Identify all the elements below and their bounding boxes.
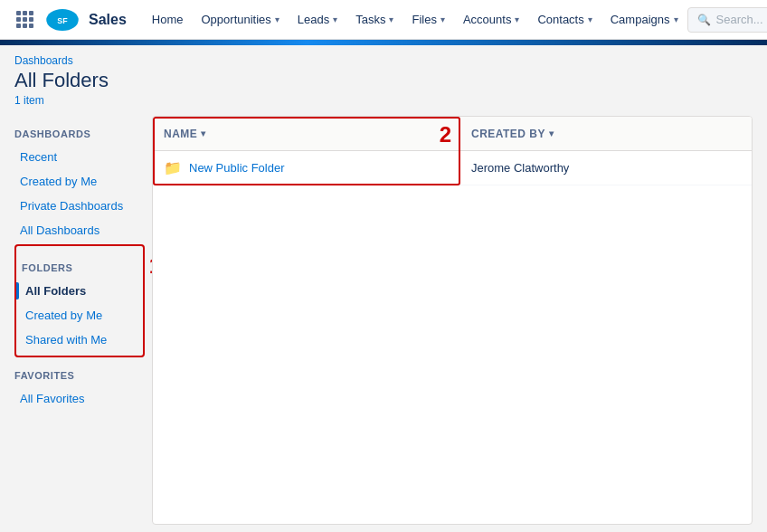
page-title: All Folders — [14, 69, 753, 92]
chevron-down-icon: ▾ — [333, 14, 337, 24]
folder-link[interactable]: New Public Folder — [189, 161, 285, 175]
breadcrumb[interactable]: Dashboards — [14, 54, 753, 67]
breadcrumb-area: Dashboards All Folders 1 item — [0, 45, 767, 116]
table-area: 2 Name ▾ Created By ▾ 📁 New Public Folde… — [152, 116, 753, 525]
chevron-down-icon: ▾ — [674, 14, 678, 24]
column-header-created-by[interactable]: Created By ▾ — [460, 128, 752, 140]
nav-item-tasks[interactable]: Tasks ▾ — [346, 0, 402, 40]
grid-icon — [16, 11, 33, 28]
search-icon: 🔍 — [697, 14, 711, 26]
sidebar-section-folders: FOLDERS — [16, 262, 143, 273]
sort-icon-name: ▾ — [201, 128, 205, 138]
table-cell-created-by: Jerome Clatworthy — [460, 161, 752, 175]
folders-section-box: FOLDERS All Folders Created by Me Shared… — [14, 244, 145, 357]
nav-label-campaigns: Campaigns — [611, 13, 670, 26]
top-navigation: SF Sales Home Opportunities ▾ Leads ▾ Ta… — [0, 0, 767, 40]
chevron-down-icon: ▾ — [389, 14, 393, 24]
chevron-down-icon: ▾ — [275, 14, 279, 24]
item-count: 1 item — [14, 94, 753, 107]
nav-item-home[interactable]: Home — [143, 0, 193, 40]
nav-items: Home Opportunities ▾ Leads ▾ Tasks ▾ Fil… — [143, 0, 687, 40]
sidebar-item-shared-with-me[interactable]: Shared with Me — [16, 328, 143, 352]
sort-icon-created-by: ▾ — [549, 128, 554, 138]
sidebar-section-dashboards: DASHBOARDS — [14, 128, 152, 139]
nav-item-accounts[interactable]: Accounts ▾ — [454, 0, 528, 40]
sidebar-section-favorites: FAVORITES — [14, 370, 152, 381]
folder-icon: 📁 — [164, 159, 182, 176]
chevron-down-icon: ▾ — [588, 14, 592, 24]
table-cell-name: 📁 New Public Folder — [153, 159, 460, 176]
nav-item-opportunities[interactable]: Opportunities ▾ — [193, 0, 289, 40]
sidebar: DASHBOARDS Recent Created by Me Private … — [0, 116, 152, 532]
nav-label-contacts: Contacts — [537, 13, 583, 26]
column-header-name[interactable]: Name ▾ — [153, 128, 460, 140]
nav-item-files[interactable]: Files ▾ — [402, 0, 453, 40]
chevron-down-icon: ▾ — [440, 14, 445, 24]
sidebar-item-created-by-me-dashboard[interactable]: Created by Me — [14, 169, 152, 194]
nav-label-opportunities: Opportunities — [202, 13, 271, 26]
table-row: 📁 New Public Folder Jerome Clatworthy — [153, 151, 752, 185]
app-launcher-button[interactable] — [11, 6, 38, 33]
table-header: Name ▾ Created By ▾ — [153, 117, 752, 151]
search-box[interactable]: 🔍 Search... — [687, 7, 768, 33]
sidebar-item-created-by-me-folder[interactable]: Created by Me — [16, 303, 143, 328]
chevron-down-icon: ▾ — [515, 14, 519, 24]
sidebar-item-private-dashboards[interactable]: Private Dashboards — [14, 194, 152, 218]
sidebar-item-all-favorites[interactable]: All Favorites — [14, 386, 152, 411]
app-name: Sales — [89, 12, 127, 28]
sidebar-item-all-folders[interactable]: All Folders — [16, 279, 143, 303]
nav-label-accounts: Accounts — [463, 13, 511, 26]
nav-item-contacts[interactable]: Contacts ▾ — [528, 0, 601, 40]
nav-label-files: Files — [412, 13, 436, 26]
search-placeholder: Search... — [716, 13, 763, 26]
nav-label-tasks: Tasks — [355, 13, 385, 26]
sidebar-item-all-dashboards[interactable]: All Dashboards — [14, 218, 152, 242]
main-area: DASHBOARDS Recent Created by Me Private … — [0, 116, 767, 532]
salesforce-logo: SF — [45, 3, 80, 37]
nav-label-home: Home — [152, 13, 184, 26]
nav-item-campaigns[interactable]: Campaigns ▾ — [601, 0, 687, 40]
nav-item-leads[interactable]: Leads ▾ — [289, 0, 346, 40]
nav-label-leads: Leads — [298, 13, 329, 26]
svg-text:SF: SF — [57, 15, 68, 24]
sidebar-item-recent[interactable]: Recent — [14, 145, 152, 169]
